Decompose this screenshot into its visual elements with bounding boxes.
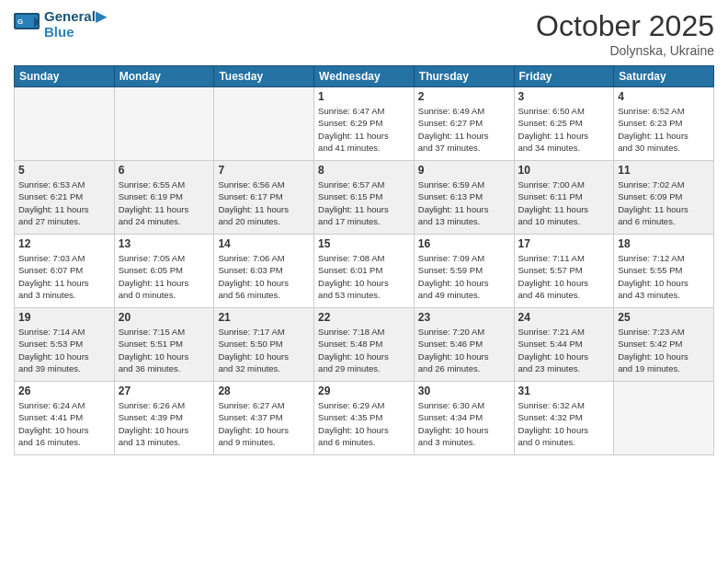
day-info: Sunrise: 6:27 AMSunset: 4:37 PMDaylight:…: [218, 399, 310, 448]
day-info: Sunrise: 7:23 AMSunset: 5:42 PMDaylight:…: [618, 326, 710, 374]
day-number: 26: [18, 385, 110, 397]
svg-text:G: G: [17, 17, 23, 26]
table-row: 5Sunrise: 6:53 AMSunset: 6:21 PMDaylight…: [15, 161, 115, 235]
day-info: Sunrise: 7:03 AMSunset: 6:07 PMDaylight:…: [18, 252, 110, 301]
col-monday: Monday: [114, 66, 214, 87]
day-info: Sunrise: 6:55 AMSunset: 6:19 PMDaylight:…: [119, 178, 210, 227]
page-header: G General▶ Blue October 2025 Dolynska, U…: [14, 9, 714, 58]
table-row: 20Sunrise: 7:15 AMSunset: 5:51 PMDayligh…: [114, 308, 214, 382]
table-row: 28Sunrise: 6:27 AMSunset: 4:37 PMDayligh…: [214, 382, 314, 455]
table-row: 13Sunrise: 7:05 AMSunset: 6:05 PMDayligh…: [114, 235, 214, 308]
day-info: Sunrise: 7:11 AMSunset: 5:57 PMDaylight:…: [518, 252, 610, 301]
day-info: Sunrise: 7:17 AMSunset: 5:50 PMDaylight:…: [218, 326, 310, 374]
day-number: 9: [418, 164, 510, 177]
col-thursday: Thursday: [414, 66, 514, 87]
table-row: 15Sunrise: 7:08 AMSunset: 6:01 PMDayligh…: [314, 235, 415, 308]
table-row: 22Sunrise: 7:18 AMSunset: 5:48 PMDayligh…: [314, 308, 415, 382]
day-number: 24: [518, 311, 610, 324]
title-block: October 2025 Dolynska, Ukraine: [536, 9, 714, 58]
table-row: 12Sunrise: 7:03 AMSunset: 6:07 PMDayligh…: [15, 235, 115, 308]
calendar-table: Sunday Monday Tuesday Wednesday Thursday…: [14, 65, 714, 455]
table-row: 30Sunrise: 6:30 AMSunset: 4:34 PMDayligh…: [414, 382, 514, 455]
day-info: Sunrise: 7:12 AMSunset: 5:55 PMDaylight:…: [618, 252, 710, 301]
day-info: Sunrise: 7:20 AMSunset: 5:46 PMDaylight:…: [418, 326, 510, 374]
day-number: 29: [318, 385, 410, 397]
col-tuesday: Tuesday: [214, 66, 314, 87]
table-row: 19Sunrise: 7:14 AMSunset: 5:53 PMDayligh…: [15, 308, 115, 382]
day-number: 28: [218, 385, 310, 397]
table-row: 27Sunrise: 6:26 AMSunset: 4:39 PMDayligh…: [114, 382, 214, 455]
calendar-week-5: 26Sunrise: 6:24 AMSunset: 4:41 PMDayligh…: [15, 382, 714, 455]
day-info: Sunrise: 7:14 AMSunset: 5:53 PMDaylight:…: [18, 326, 110, 374]
location-subtitle: Dolynska, Ukraine: [536, 43, 714, 58]
day-info: Sunrise: 7:06 AMSunset: 6:03 PMDaylight:…: [218, 252, 310, 301]
day-number: 23: [418, 311, 510, 324]
day-number: 13: [119, 237, 210, 250]
day-info: Sunrise: 7:05 AMSunset: 6:05 PMDaylight:…: [119, 252, 210, 301]
table-row: 6Sunrise: 6:55 AMSunset: 6:19 PMDaylight…: [114, 161, 214, 235]
day-number: 12: [18, 237, 110, 250]
day-info: Sunrise: 7:21 AMSunset: 5:44 PMDaylight:…: [518, 326, 610, 374]
table-row: 1Sunrise: 6:47 AMSunset: 6:29 PMDaylight…: [314, 87, 415, 161]
table-row: 21Sunrise: 7:17 AMSunset: 5:50 PMDayligh…: [214, 308, 314, 382]
day-info: Sunrise: 6:59 AMSunset: 6:13 PMDaylight:…: [418, 178, 510, 227]
day-info: Sunrise: 6:50 AMSunset: 6:25 PMDaylight:…: [518, 105, 610, 154]
table-row: 11Sunrise: 7:02 AMSunset: 6:09 PMDayligh…: [614, 161, 714, 235]
day-info: Sunrise: 7:09 AMSunset: 5:59 PMDaylight:…: [418, 252, 510, 301]
table-row: 25Sunrise: 7:23 AMSunset: 5:42 PMDayligh…: [614, 308, 714, 382]
day-info: Sunrise: 7:15 AMSunset: 5:51 PMDaylight:…: [119, 326, 210, 374]
day-number: 14: [218, 237, 310, 250]
day-number: 30: [418, 385, 510, 397]
day-number: 10: [518, 164, 610, 177]
table-row: [114, 87, 214, 161]
calendar-week-3: 12Sunrise: 7:03 AMSunset: 6:07 PMDayligh…: [15, 235, 714, 308]
day-info: Sunrise: 6:24 AMSunset: 4:41 PMDaylight:…: [18, 399, 110, 448]
day-number: 2: [418, 90, 510, 103]
day-number: 18: [618, 237, 710, 250]
table-row: 23Sunrise: 7:20 AMSunset: 5:46 PMDayligh…: [414, 308, 514, 382]
table-row: 17Sunrise: 7:11 AMSunset: 5:57 PMDayligh…: [514, 235, 614, 308]
day-number: 4: [618, 90, 710, 103]
day-number: 3: [518, 90, 610, 103]
logo-text: General▶ Blue: [44, 9, 107, 40]
day-info: Sunrise: 6:30 AMSunset: 4:34 PMDaylight:…: [418, 399, 510, 448]
day-number: 19: [18, 311, 110, 324]
col-sunday: Sunday: [15, 66, 115, 87]
day-info: Sunrise: 6:32 AMSunset: 4:32 PMDaylight:…: [518, 399, 610, 448]
logo-icon: G: [14, 13, 41, 36]
table-row: 3Sunrise: 6:50 AMSunset: 6:25 PMDaylight…: [514, 87, 614, 161]
day-info: Sunrise: 6:49 AMSunset: 6:27 PMDaylight:…: [418, 105, 510, 154]
day-number: 16: [418, 237, 510, 250]
day-number: 20: [119, 311, 210, 324]
calendar-header-row: Sunday Monday Tuesday Wednesday Thursday…: [15, 66, 714, 87]
day-info: Sunrise: 6:52 AMSunset: 6:23 PMDaylight:…: [618, 105, 710, 154]
day-number: 31: [518, 385, 610, 397]
day-info: Sunrise: 6:56 AMSunset: 6:17 PMDaylight:…: [218, 178, 310, 227]
table-row: 2Sunrise: 6:49 AMSunset: 6:27 PMDaylight…: [414, 87, 514, 161]
day-info: Sunrise: 7:02 AMSunset: 6:09 PMDaylight:…: [618, 178, 710, 227]
day-info: Sunrise: 7:00 AMSunset: 6:11 PMDaylight:…: [518, 178, 610, 227]
day-info: Sunrise: 7:08 AMSunset: 6:01 PMDaylight:…: [318, 252, 410, 301]
table-row: 7Sunrise: 6:56 AMSunset: 6:17 PMDaylight…: [214, 161, 314, 235]
day-number: 25: [618, 311, 710, 324]
table-row: 4Sunrise: 6:52 AMSunset: 6:23 PMDaylight…: [614, 87, 714, 161]
day-number: 15: [318, 237, 410, 250]
day-number: 11: [618, 164, 710, 177]
day-number: 1: [318, 90, 410, 103]
table-row: 18Sunrise: 7:12 AMSunset: 5:55 PMDayligh…: [614, 235, 714, 308]
day-info: Sunrise: 6:26 AMSunset: 4:39 PMDaylight:…: [119, 399, 210, 448]
table-row: 16Sunrise: 7:09 AMSunset: 5:59 PMDayligh…: [414, 235, 514, 308]
table-row: [15, 87, 115, 161]
table-row: 31Sunrise: 6:32 AMSunset: 4:32 PMDayligh…: [514, 382, 614, 455]
day-number: 17: [518, 237, 610, 250]
day-number: 5: [18, 164, 110, 177]
logo: G General▶ Blue: [14, 9, 107, 40]
table-row: 24Sunrise: 7:21 AMSunset: 5:44 PMDayligh…: [514, 308, 614, 382]
day-info: Sunrise: 6:29 AMSunset: 4:35 PMDaylight:…: [318, 399, 410, 448]
month-title: October 2025: [536, 9, 714, 43]
table-row: [614, 382, 714, 455]
table-row: 9Sunrise: 6:59 AMSunset: 6:13 PMDaylight…: [414, 161, 514, 235]
day-number: 22: [318, 311, 410, 324]
table-row: 26Sunrise: 6:24 AMSunset: 4:41 PMDayligh…: [15, 382, 115, 455]
col-wednesday: Wednesday: [314, 66, 415, 87]
